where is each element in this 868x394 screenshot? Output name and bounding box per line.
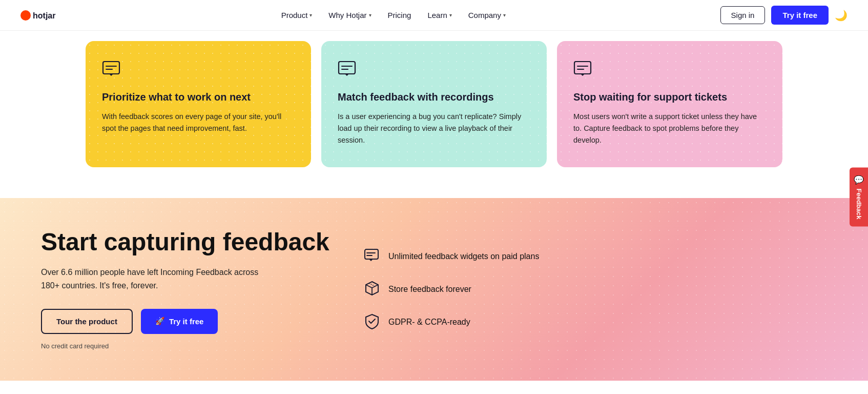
svg-rect-5 [339,62,355,74]
svg-rect-2 [103,62,119,74]
tour-product-button[interactable]: Tour the product [41,309,133,334]
chevron-down-icon: ▾ [449,12,452,18]
try-free-button[interactable]: Try it free [771,6,829,25]
feature-gdpr: GDPR- & CCPA-ready [364,313,656,331]
nav-actions: Sign in Try it free 🌙 [720,6,848,25]
feedback-icon [573,60,766,80]
card-prioritize: Prioritize what to work on next With fee… [86,41,311,167]
chevron-down-icon: ▾ [369,12,371,18]
cta-section: Start capturing feedback Over 6.6 millio… [0,198,868,381]
cta-desc: Over 6.6 million people have left Incomi… [41,266,266,292]
chat-widget-icon [364,247,380,266]
rocket-icon: 🚀 [155,317,165,326]
svg-line-17 [369,283,375,286]
feature-store: Store feedback forever [364,280,656,299]
feature-label: Store feedback forever [388,285,471,294]
nav-why-hotjar[interactable]: Why Hotjar ▾ [328,11,371,19]
svg-point-0 [20,10,31,21]
feature-label: GDPR- & CCPA-ready [388,318,470,327]
nav-links: Product ▾ Why Hotjar ▾ Pricing Learn ▾ C… [281,11,506,19]
signin-button[interactable]: Sign in [720,6,766,24]
feature-unlimited: Unlimited feedback widgets on paid plans [364,247,656,266]
cta-buttons: Tour the product 🚀 Try it free [41,309,333,334]
feature-cards-section: Prioritize what to work on next With fee… [75,31,793,198]
box-icon [364,280,380,299]
chevron-down-icon: ▾ [503,12,506,18]
card-desc: Is a user experiencing a bug you can't r… [338,111,530,147]
cta-features: Unlimited feedback widgets on paid plans… [364,229,656,350]
card-stop-waiting: Stop waiting for support tickets Most us… [557,41,782,167]
try-free-cta-button[interactable]: 🚀 Try it free [141,309,218,334]
card-title: Match feedback with recordings [338,90,530,104]
cta-left: Start capturing feedback Over 6.6 millio… [41,229,333,350]
nav-product[interactable]: Product ▾ [281,11,313,19]
chevron-down-icon: ▾ [309,12,312,18]
navbar: hotjar Product ▾ Why Hotjar ▾ Pricing Le… [0,0,868,31]
card-desc: Most users won't write a support ticket … [573,111,766,147]
card-title: Stop waiting for support tickets [573,90,766,104]
svg-rect-8 [574,62,591,74]
cta-title: Start capturing feedback [41,229,333,256]
no-credit-card-label: No credit card required [41,342,333,350]
chat-icon: 💬 [854,175,864,185]
nav-learn[interactable]: Learn ▾ [427,11,451,19]
shield-check-icon [364,313,380,331]
feedback-icon [102,60,295,80]
card-title: Prioritize what to work on next [102,90,295,104]
nav-pricing[interactable]: Pricing [388,11,411,19]
feedback-icon [338,60,530,80]
feedback-tab[interactable]: 💬 Feedback [850,168,868,227]
logo[interactable]: hotjar [20,8,67,23]
dark-mode-toggle[interactable]: 🌙 [835,9,848,22]
card-desc: With feedback scores on every page of yo… [102,111,295,134]
svg-text:hotjar: hotjar [33,11,55,20]
feature-label: Unlimited feedback widgets on paid plans [388,252,539,261]
svg-line-14 [366,285,372,288]
card-match-feedback: Match feedback with recordings Is a user… [321,41,547,167]
nav-company[interactable]: Company ▾ [468,11,506,19]
svg-rect-11 [365,249,378,259]
